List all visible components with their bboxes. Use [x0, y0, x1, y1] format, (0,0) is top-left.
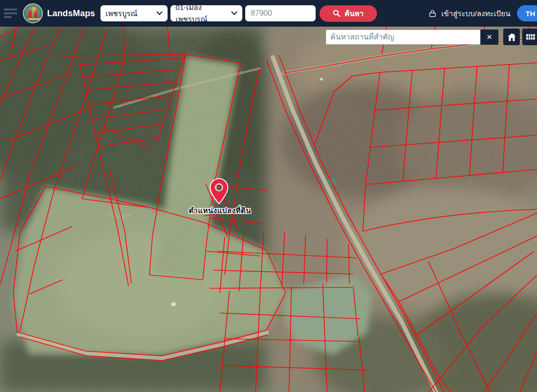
map-container: Google ตำแหน่งแปลงที่ดิน ✕ — [0, 27, 537, 392]
home-icon — [507, 32, 517, 42]
login-register-link[interactable]: เข้าสู่ระบบ/ลงทะเบียน — [428, 8, 510, 20]
dol-seal-logo — [23, 3, 43, 23]
home-extent-button[interactable] — [503, 29, 520, 45]
map-controls: ✕ — [326, 29, 537, 45]
search-button[interactable]: ค้นหา — [319, 5, 377, 22]
imagery-watermark: Google — [108, 212, 132, 219]
province-select-value: เพชรบูรณ์ — [106, 8, 138, 20]
chevron-down-icon — [231, 11, 237, 15]
language-toggle-button[interactable]: TH — [517, 5, 537, 21]
poi-search-input[interactable] — [326, 29, 480, 45]
basemap-grid-button[interactable] — [522, 29, 537, 45]
grid-icon — [525, 31, 536, 42]
district-select[interactable]: 01-เมืองเพชรบูรณ์ — [170, 5, 242, 21]
close-icon[interactable]: ✕ — [480, 29, 498, 45]
parcel-marker-label: ตำแหน่งแปลงที่ดิน — [189, 205, 251, 215]
terrain-layer — [0, 27, 537, 392]
parcel-number-input[interactable] — [245, 5, 316, 21]
map-canvas[interactable]: Google ตำแหน่งแปลงที่ดิน — [0, 27, 537, 392]
hamburger-menu-icon[interactable] — [4, 8, 18, 19]
chevron-down-icon — [157, 11, 162, 15]
district-select-value: 01-เมืองเพชรบูรณ์ — [176, 1, 228, 25]
province-select[interactable]: เพชรบูรณ์ — [100, 5, 168, 21]
brand-title: LandsMaps — [47, 9, 95, 19]
lock-icon — [428, 9, 437, 18]
search-icon — [333, 10, 340, 17]
search-button-label: ค้นหา — [345, 8, 364, 20]
top-navbar: LandsMaps เพชรบูรณ์ 01-เมืองเพชรบูรณ์ ค้… — [0, 0, 537, 27]
login-register-label: เข้าสู่ระบบ/ลงทะเบียน — [441, 8, 510, 20]
